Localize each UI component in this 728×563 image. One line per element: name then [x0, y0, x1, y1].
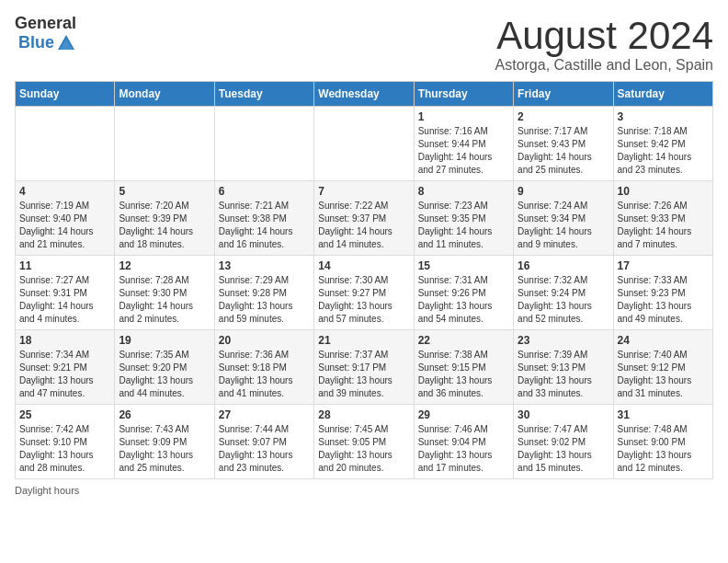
calendar-cell: 6Sunrise: 7:21 AM Sunset: 9:38 PM Daylig… [214, 181, 313, 256]
day-header-wednesday: Wednesday [314, 82, 414, 107]
cell-content: Sunrise: 7:20 AM Sunset: 9:39 PM Dayligh… [119, 200, 210, 251]
cell-content: Sunrise: 7:31 AM Sunset: 9:26 PM Dayligh… [418, 274, 509, 326]
day-number: 17 [618, 259, 709, 272]
week-row-3: 11Sunrise: 7:27 AM Sunset: 9:31 PM Dayli… [16, 256, 713, 330]
day-number: 16 [518, 259, 609, 272]
day-number: 7 [318, 185, 409, 198]
cell-content: Sunrise: 7:38 AM Sunset: 9:15 PM Dayligh… [418, 349, 509, 400]
day-number: 9 [518, 185, 609, 198]
calendar-cell: 26Sunrise: 7:43 AM Sunset: 9:09 PM Dayli… [115, 405, 214, 479]
calendar-cell: 15Sunrise: 7:31 AM Sunset: 9:26 PM Dayli… [414, 256, 513, 330]
day-number: 15 [418, 259, 509, 272]
calendar-cell: 24Sunrise: 7:40 AM Sunset: 9:12 PM Dayli… [613, 330, 712, 405]
day-number: 13 [219, 259, 310, 272]
day-number: 11 [19, 259, 110, 272]
calendar-cell [115, 107, 214, 181]
days-header-row: SundayMondayTuesdayWednesdayThursdayFrid… [16, 82, 713, 107]
cell-content: Sunrise: 7:30 AM Sunset: 9:27 PM Dayligh… [318, 274, 409, 326]
cell-content: Sunrise: 7:43 AM Sunset: 9:09 PM Dayligh… [119, 423, 210, 475]
cell-content: Sunrise: 7:46 AM Sunset: 9:04 PM Dayligh… [418, 423, 509, 475]
day-number: 1 [418, 110, 509, 123]
logo-blue: Blue [18, 34, 54, 52]
calendar-cell: 29Sunrise: 7:46 AM Sunset: 9:04 PM Dayli… [414, 405, 513, 479]
calendar-cell: 30Sunrise: 7:47 AM Sunset: 9:02 PM Dayli… [514, 405, 613, 479]
day-number: 30 [518, 408, 609, 421]
calendar-cell: 28Sunrise: 7:45 AM Sunset: 9:05 PM Dayli… [314, 405, 414, 479]
day-number: 24 [618, 334, 709, 347]
day-number: 3 [618, 110, 709, 123]
logo-general: General [15, 15, 76, 33]
cell-content: Sunrise: 7:33 AM Sunset: 9:23 PM Dayligh… [618, 274, 709, 326]
calendar-cell [214, 107, 313, 181]
calendar-body: 1Sunrise: 7:16 AM Sunset: 9:44 PM Daylig… [16, 107, 713, 479]
cell-content: Sunrise: 7:26 AM Sunset: 9:33 PM Dayligh… [618, 200, 709, 251]
calendar-cell: 21Sunrise: 7:37 AM Sunset: 9:17 PM Dayli… [314, 330, 414, 405]
day-number: 6 [219, 185, 310, 198]
calendar-cell: 5Sunrise: 7:20 AM Sunset: 9:39 PM Daylig… [115, 181, 214, 256]
calendar-table: SundayMondayTuesdayWednesdayThursdayFrid… [15, 81, 713, 479]
calendar-cell: 22Sunrise: 7:38 AM Sunset: 9:15 PM Dayli… [414, 330, 513, 405]
day-number: 5 [119, 185, 210, 198]
calendar-cell: 12Sunrise: 7:28 AM Sunset: 9:30 PM Dayli… [115, 256, 214, 330]
day-header-monday: Monday [115, 82, 214, 107]
day-number: 25 [19, 408, 110, 421]
day-number: 27 [219, 408, 310, 421]
day-number: 12 [119, 259, 210, 272]
day-header-friday: Friday [514, 82, 613, 107]
day-number: 18 [19, 334, 110, 347]
day-number: 2 [518, 110, 609, 123]
calendar-cell: 11Sunrise: 7:27 AM Sunset: 9:31 PM Dayli… [16, 256, 115, 330]
calendar-cell: 7Sunrise: 7:22 AM Sunset: 9:37 PM Daylig… [314, 181, 414, 256]
week-row-5: 25Sunrise: 7:42 AM Sunset: 9:10 PM Dayli… [16, 405, 713, 479]
cell-content: Sunrise: 7:44 AM Sunset: 9:07 PM Dayligh… [219, 423, 310, 475]
calendar-cell: 13Sunrise: 7:29 AM Sunset: 9:28 PM Dayli… [214, 256, 313, 330]
calendar-cell: 23Sunrise: 7:39 AM Sunset: 9:13 PM Dayli… [514, 330, 613, 405]
calendar-cell: 27Sunrise: 7:44 AM Sunset: 9:07 PM Dayli… [214, 405, 313, 479]
cell-content: Sunrise: 7:32 AM Sunset: 9:24 PM Dayligh… [518, 274, 609, 326]
calendar-cell [16, 107, 115, 181]
cell-content: Sunrise: 7:23 AM Sunset: 9:35 PM Dayligh… [418, 200, 509, 251]
day-number: 19 [119, 334, 210, 347]
cell-content: Sunrise: 7:17 AM Sunset: 9:43 PM Dayligh… [518, 125, 609, 177]
subtitle: Astorga, Castille and Leon, Spain [495, 57, 713, 74]
cell-content: Sunrise: 7:40 AM Sunset: 9:12 PM Dayligh… [618, 349, 709, 400]
cell-content: Sunrise: 7:21 AM Sunset: 9:38 PM Dayligh… [219, 200, 310, 251]
day-header-sunday: Sunday [16, 82, 115, 107]
week-row-2: 4Sunrise: 7:19 AM Sunset: 9:40 PM Daylig… [16, 181, 713, 256]
day-number: 22 [418, 334, 509, 347]
cell-content: Sunrise: 7:29 AM Sunset: 9:28 PM Dayligh… [219, 274, 310, 326]
title-section: August 2024 Astorga, Castille and Leon, … [495, 15, 713, 74]
cell-content: Sunrise: 7:34 AM Sunset: 9:21 PM Dayligh… [19, 349, 110, 400]
calendar-cell: 14Sunrise: 7:30 AM Sunset: 9:27 PM Dayli… [314, 256, 414, 330]
calendar-cell: 31Sunrise: 7:48 AM Sunset: 9:00 PM Dayli… [613, 405, 712, 479]
calendar-cell: 2Sunrise: 7:17 AM Sunset: 9:43 PM Daylig… [514, 107, 613, 181]
calendar-cell: 10Sunrise: 7:26 AM Sunset: 9:33 PM Dayli… [613, 181, 712, 256]
cell-content: Sunrise: 7:47 AM Sunset: 9:02 PM Dayligh… [518, 423, 609, 475]
calendar-cell [314, 107, 414, 181]
daylight-label: Daylight hours [15, 485, 713, 496]
day-number: 31 [618, 408, 709, 421]
day-header-tuesday: Tuesday [214, 82, 313, 107]
calendar-cell: 8Sunrise: 7:23 AM Sunset: 9:35 PM Daylig… [414, 181, 513, 256]
day-header-saturday: Saturday [613, 82, 712, 107]
main-title: August 2024 [495, 15, 713, 57]
cell-content: Sunrise: 7:48 AM Sunset: 9:00 PM Dayligh… [618, 423, 709, 475]
cell-content: Sunrise: 7:27 AM Sunset: 9:31 PM Dayligh… [19, 274, 110, 326]
cell-content: Sunrise: 7:45 AM Sunset: 9:05 PM Dayligh… [318, 423, 409, 475]
calendar-cell: 4Sunrise: 7:19 AM Sunset: 9:40 PM Daylig… [16, 181, 115, 256]
calendar-cell: 18Sunrise: 7:34 AM Sunset: 9:21 PM Dayli… [16, 330, 115, 405]
header: General Blue August 2024 Astorga, Castil… [15, 15, 713, 74]
day-number: 26 [119, 408, 210, 421]
calendar-cell: 20Sunrise: 7:36 AM Sunset: 9:18 PM Dayli… [214, 330, 313, 405]
day-number: 23 [518, 334, 609, 347]
week-row-4: 18Sunrise: 7:34 AM Sunset: 9:21 PM Dayli… [16, 330, 713, 405]
week-row-1: 1Sunrise: 7:16 AM Sunset: 9:44 PM Daylig… [16, 107, 713, 181]
cell-content: Sunrise: 7:24 AM Sunset: 9:34 PM Dayligh… [518, 200, 609, 251]
day-number: 14 [318, 259, 409, 272]
day-number: 20 [219, 334, 310, 347]
day-number: 21 [318, 334, 409, 347]
calendar-cell: 25Sunrise: 7:42 AM Sunset: 9:10 PM Dayli… [16, 405, 115, 479]
logo: General Blue [15, 15, 76, 53]
calendar-cell: 16Sunrise: 7:32 AM Sunset: 9:24 PM Dayli… [514, 256, 613, 330]
calendar-cell: 9Sunrise: 7:24 AM Sunset: 9:34 PM Daylig… [514, 181, 613, 256]
